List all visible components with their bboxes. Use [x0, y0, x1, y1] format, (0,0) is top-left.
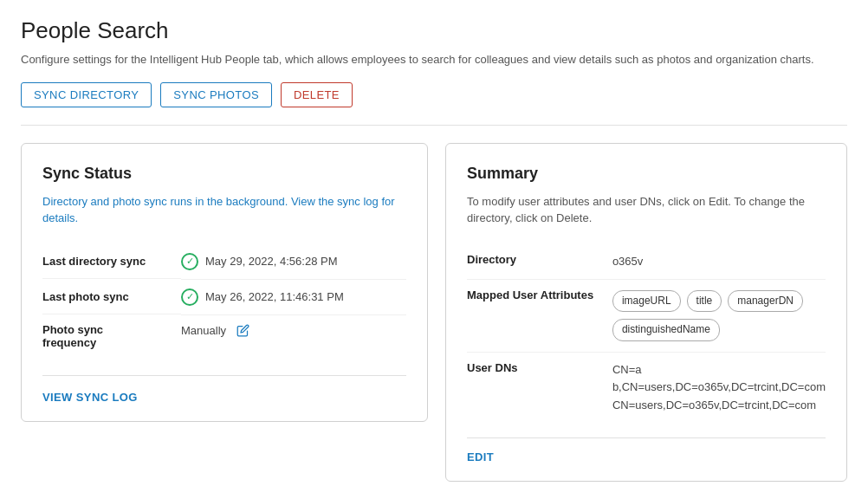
view-sync-log-container: VIEW SYNC LOG [42, 375, 406, 404]
summary-description: To modify user attributes and user DNs, … [467, 193, 826, 227]
sync-status-heading: Sync Status [42, 165, 406, 183]
delete-button[interactable]: DELETE [281, 82, 353, 107]
sync-table: Last directory sync ✓ May 29, 2022, 4:56… [42, 244, 406, 359]
last-photo-sync-label: Last photo sync [42, 279, 181, 314]
tag-title: title [687, 290, 722, 312]
table-row: User DNs CN=a b,CN=users,DC=o365v,DC=trc… [467, 352, 826, 424]
sync-info-text: Directory and photo sync runs in the bac… [42, 193, 406, 227]
table-row: Last photo sync ✓ May 26, 2022, 11:46:31… [42, 279, 406, 314]
user-dns-label: User DNs [467, 352, 612, 424]
photo-sync-frequency-value: Manually [181, 314, 406, 346]
user-dns-value: CN=a b,CN=users,DC=o365v,DC=trcint,DC=co… [612, 352, 826, 424]
last-photo-sync-value: ✓ May 26, 2022, 11:46:31 PM [181, 279, 406, 314]
table-row: Photo syncfrequency Manually [42, 314, 406, 359]
sync-directory-button[interactable]: SYNC DIRECTORY [21, 82, 152, 107]
directory-value: o365v [612, 244, 826, 280]
table-row: Last directory sync ✓ May 29, 2022, 4:56… [42, 244, 406, 279]
tag-managerdn: managerDN [728, 290, 803, 312]
summary-heading: Summary [467, 165, 826, 183]
check-icon: ✓ [181, 253, 198, 270]
edit-link[interactable]: EDIT [467, 437, 826, 463]
table-row: Directory o365v [467, 244, 826, 280]
last-directory-sync-value: ✓ May 29, 2022, 4:56:28 PM [181, 244, 406, 279]
sync-photos-button[interactable]: SYNC PHOTOS [160, 82, 272, 107]
action-buttons: SYNC DIRECTORY SYNC PHOTOS DELETE [21, 82, 847, 107]
page-title: People Search [21, 17, 847, 44]
section-divider [21, 125, 847, 126]
tag-distinguishedname: distinguishedName [612, 319, 720, 340]
summary-table: Directory o365v Mapped User Attributes i… [467, 244, 826, 424]
last-directory-sync-label: Last directory sync [42, 244, 181, 279]
photo-sync-frequency-label: Photo syncfrequency [42, 314, 181, 359]
mapped-user-attrs-value: imageURL title managerDN distinguishedNa… [612, 280, 826, 352]
tags-container: imageURL title managerDN distinguishedNa… [612, 288, 826, 342]
cards-container: Sync Status Directory and photo sync run… [21, 143, 847, 483]
sync-status-card: Sync Status Directory and photo sync run… [21, 143, 428, 423]
table-row: Mapped User Attributes imageURL title ma… [467, 280, 826, 352]
summary-card: Summary To modify user attributes and us… [445, 143, 847, 483]
view-sync-log-link[interactable]: VIEW SYNC LOG [42, 391, 138, 404]
mapped-user-attrs-label: Mapped User Attributes [467, 280, 612, 352]
check-icon: ✓ [181, 288, 198, 306]
edit-pencil-icon[interactable] [236, 324, 249, 337]
directory-label: Directory [467, 244, 612, 280]
tag-imageurl: imageURL [612, 290, 681, 312]
page-description: Configure settings for the Intelligent H… [21, 51, 847, 68]
